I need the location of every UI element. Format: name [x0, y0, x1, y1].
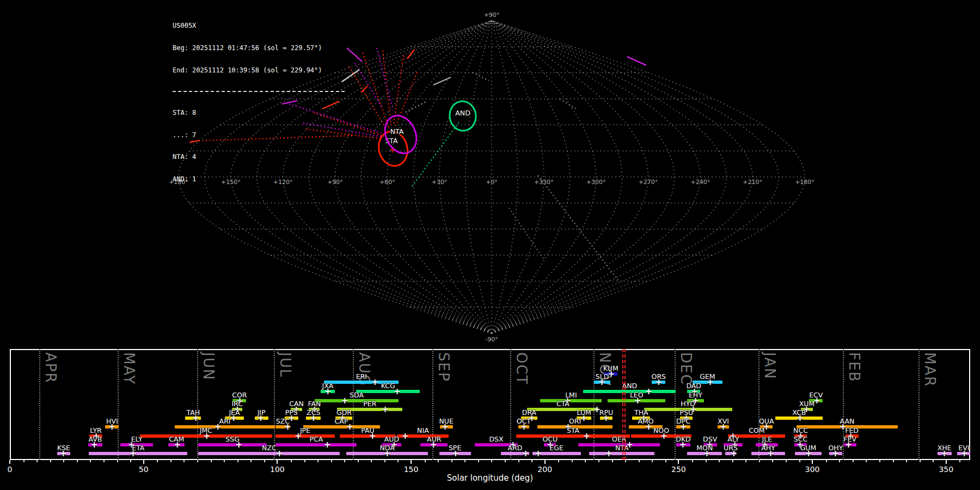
axis-tick	[544, 460, 546, 464]
axis-minor-tick	[906, 460, 907, 462]
axis-tick-label: 300	[801, 465, 823, 474]
axis-minor-tick	[505, 460, 506, 462]
meteor-trail	[396, 72, 417, 126]
axis-minor-tick	[799, 460, 800, 462]
axis-minor-tick	[344, 460, 345, 462]
axis-minor-tick	[692, 460, 693, 462]
axis-minor-tick	[36, 460, 38, 462]
meteor-trail	[412, 121, 460, 186]
axis-minor-tick	[358, 460, 359, 462]
axis-minor-tick	[211, 460, 212, 462]
longitude-label: +300°	[586, 179, 606, 186]
axis-minor-tick	[50, 460, 51, 462]
meteor-trail	[383, 51, 391, 125]
count-nta: NTA: 4	[173, 154, 345, 161]
axis-tick	[411, 460, 412, 464]
axis-tick	[9, 460, 10, 464]
axis-minor-tick	[183, 460, 185, 462]
axis-minor-tick	[197, 460, 198, 462]
axis-minor-tick	[250, 460, 252, 462]
longitude-label: +30°	[432, 179, 448, 186]
axis-tick-label: 150	[400, 465, 422, 474]
longitude-label: +180°	[795, 179, 814, 186]
axis-minor-tick	[639, 460, 640, 462]
axis-minor-tick	[464, 460, 465, 462]
axis-minor-tick	[317, 460, 318, 462]
meteor-trail	[347, 48, 362, 62]
axis-tick-label: 100	[266, 465, 288, 474]
axis-minor-tick	[920, 460, 921, 462]
axis-minor-tick	[652, 460, 653, 462]
axis-tick	[812, 460, 813, 464]
axis-minor-tick	[853, 460, 854, 462]
axis-minor-tick	[665, 460, 666, 462]
axis-minor-tick	[531, 460, 532, 462]
meteor-trail	[473, 72, 489, 81]
timeline-frame	[10, 349, 970, 460]
axis-minor-tick	[491, 460, 492, 462]
axis-minor-tick	[959, 460, 960, 462]
count-sporadic: ...: 7	[173, 132, 345, 139]
begin-time-line: Beg: 20251112 01:47:56 (sol = 229.57°)	[173, 45, 345, 52]
axis-minor-tick	[117, 460, 118, 462]
axis-tick-label: 200	[534, 465, 556, 474]
axis-minor-tick	[933, 460, 934, 462]
end-time-line: End: 20251112 10:39:58 (sol = 229.94°)	[173, 67, 345, 75]
axis-minor-tick	[397, 460, 399, 462]
axis-tick	[946, 460, 947, 464]
axis-minor-tick	[585, 460, 586, 462]
axis-tick-label: 250	[667, 465, 689, 474]
axis-minor-tick	[839, 460, 840, 462]
axis-minor-tick	[63, 460, 64, 462]
axis-minor-tick	[425, 460, 426, 462]
meteor-trail	[363, 53, 389, 127]
axis-minor-tick	[518, 460, 519, 462]
axis-minor-tick	[384, 460, 385, 462]
axis-minor-tick	[826, 460, 827, 462]
axis-minor-tick	[264, 460, 265, 462]
axis-minor-tick	[237, 460, 238, 462]
axis-minor-tick	[77, 460, 78, 462]
axis-minor-tick	[786, 460, 787, 462]
axis-minor-tick	[719, 460, 720, 462]
longitude-label: +0°	[486, 179, 498, 186]
count-and: AND: 1	[173, 176, 345, 183]
radiant-label-and: AND	[455, 109, 470, 117]
longitude-label: +60°	[379, 179, 395, 186]
meteor-trail	[627, 57, 646, 65]
x-axis-label: Solar longitude (deg)	[10, 473, 970, 483]
longitude-label: +330°	[534, 179, 554, 186]
axis-tick-label: 0	[0, 465, 21, 474]
axis-minor-tick	[625, 460, 626, 462]
meteor-trail	[407, 50, 414, 59]
axis-minor-tick	[478, 460, 479, 462]
axis-minor-tick	[331, 460, 332, 462]
longitude-label: +210°	[743, 179, 762, 186]
axis-minor-tick	[745, 460, 746, 462]
axis-minor-tick	[291, 460, 292, 462]
axis-minor-tick	[224, 460, 225, 462]
axis-minor-tick	[759, 460, 760, 462]
axis-minor-tick	[451, 460, 452, 462]
north-pole-label: +90°	[484, 11, 500, 19]
meteor-trail	[509, 208, 544, 260]
axis-minor-tick	[879, 460, 880, 462]
axis-minor-tick	[371, 460, 372, 462]
axis-minor-tick	[598, 460, 599, 462]
meteor-trail	[433, 77, 451, 85]
axis-minor-tick	[572, 460, 573, 462]
axis-tick	[678, 460, 679, 464]
axis-minor-tick	[304, 460, 305, 462]
meteor-trail	[394, 56, 403, 124]
longitude-label: +270°	[639, 179, 658, 186]
axis-minor-tick	[706, 460, 707, 462]
meteor-trail	[560, 99, 578, 110]
axis-minor-tick	[23, 460, 24, 462]
axis-tick	[143, 460, 144, 464]
axis-minor-tick	[558, 460, 559, 462]
axis-minor-tick	[612, 460, 613, 462]
axis-minor-tick	[893, 460, 894, 462]
south-pole-label: -90°	[485, 336, 498, 343]
axis-minor-tick	[90, 460, 91, 462]
station-id: US005X	[173, 22, 345, 30]
